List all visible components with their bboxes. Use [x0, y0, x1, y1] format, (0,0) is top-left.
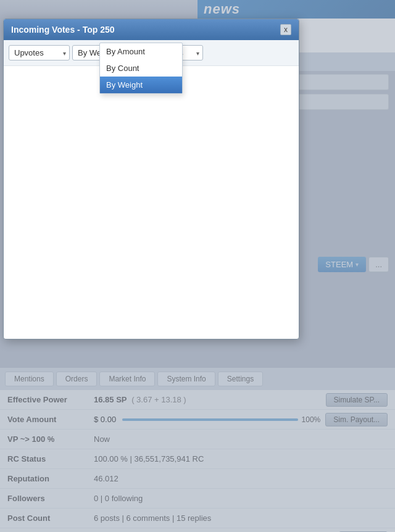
type-select[interactable]: Upvotes Downvotes — [9, 45, 70, 60]
dropdown-item-by-count[interactable]: By Count — [100, 60, 182, 77]
modal-close-button[interactable]: x — [280, 24, 291, 35]
dropdown-item-by-amount[interactable]: By Amount — [100, 43, 182, 60]
modal-body — [4, 66, 299, 324]
modal-header: Incoming Votes - Top 250 x — [4, 19, 299, 40]
sort-dropdown-menu: By Amount By Count By Weight — [99, 43, 183, 94]
modal-title: Incoming Votes - Top 250 — [11, 25, 115, 35]
type-select-wrap: Upvotes Downvotes ▾ — [9, 45, 70, 60]
dropdown-item-by-weight[interactable]: By Weight — [100, 77, 182, 93]
modal-incoming-votes: Incoming Votes - Top 250 x Upvotes Downv… — [3, 19, 299, 339]
